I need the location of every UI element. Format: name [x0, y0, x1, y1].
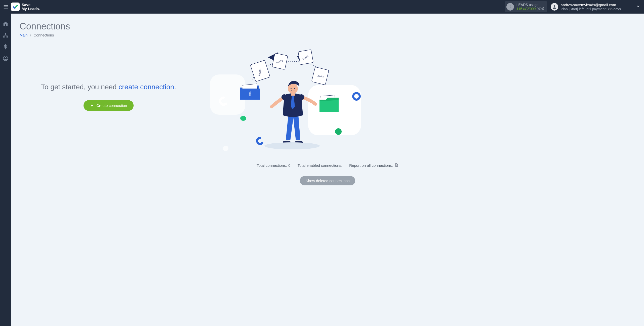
lead1-label: Lead 1: [258, 68, 261, 76]
account-email: andrewsavemyleads@gmail.com: [561, 3, 621, 7]
create-connection-label: Create connection: [96, 103, 127, 108]
svg-point-5: [553, 5, 555, 7]
menu-toggle-button[interactable]: [3, 4, 9, 10]
logo-mark: [11, 3, 20, 11]
crumb-sep: /: [30, 33, 31, 37]
plus-icon: ＋: [90, 103, 94, 108]
usage-label: LEADS usage:: [516, 3, 544, 7]
breadcrumb: Main / Connections: [20, 33, 635, 37]
report-download-icon[interactable]: [394, 163, 398, 168]
empty-state-left: To get started, you need create connecti…: [20, 47, 197, 111]
svg-rect-4: [510, 7, 510, 8]
leftrail: [0, 14, 11, 200]
svg-rect-7: [3, 36, 5, 38]
svg-point-27: [299, 94, 304, 100]
content: To get started, you need create connecti…: [20, 47, 362, 155]
crumb-main[interactable]: Main: [20, 33, 27, 37]
stat-total-value: 0: [288, 163, 290, 168]
main: Connections Main / Connections To get st…: [11, 14, 644, 200]
page-title: Connections: [20, 21, 635, 32]
intro-t1: To get started, you need: [41, 83, 118, 91]
svg-point-3: [510, 6, 510, 6]
nav-home[interactable]: [2, 20, 9, 27]
illustration: Lead 1 Lead 2 Lead 3 Lead 4: [208, 47, 362, 155]
stat-enabled-label: Total enabled connections:: [298, 163, 342, 168]
chevron-down-icon: [636, 4, 640, 9]
sitemap-icon: [3, 32, 8, 38]
intro-text: To get started, you need create connecti…: [41, 83, 176, 92]
svg-rect-8: [7, 36, 8, 38]
check-icon: [12, 4, 18, 10]
show-deleted-button[interactable]: Show deleted connections: [300, 176, 355, 185]
logo-text-l2: My Leads.: [22, 7, 40, 11]
account-lines: andrewsavemyleads@gmail.com Plan |Start|…: [561, 3, 621, 11]
account-chevron[interactable]: [621, 4, 640, 10]
stat-total: Total connections: 0: [257, 163, 290, 168]
show-deleted-label: Show deleted connections: [305, 179, 349, 183]
svg-rect-6: [5, 33, 6, 34]
user-circle-icon: [3, 56, 8, 61]
stat-enabled: Total enabled connections:: [298, 163, 342, 168]
plan-prefix: Plan |: [561, 7, 570, 11]
hamburger-icon: [3, 4, 9, 10]
usage-box: LEADS usage: 115 of 2'000 (6%): [505, 1, 547, 12]
svg-point-34: [223, 146, 228, 151]
dollar-icon: [3, 44, 8, 50]
nav-account[interactable]: [2, 55, 9, 62]
svg-point-26: [281, 94, 287, 100]
plan-mid: | left until payment: [577, 7, 607, 11]
usage-text: LEADS usage: 115 of 2'000 (6%): [516, 3, 544, 11]
intro-t2: .: [174, 83, 176, 91]
plan-name: Start: [570, 7, 577, 11]
crumb-current: Connections: [34, 33, 54, 37]
svg-point-30: [291, 88, 292, 89]
svg-rect-11: [210, 74, 245, 115]
nav-connections[interactable]: [2, 32, 9, 39]
nav-billing[interactable]: [2, 43, 9, 50]
usage-of: of: [523, 7, 526, 11]
usage-pct: (6%): [537, 7, 544, 11]
svg-point-10: [5, 57, 6, 59]
plan-days-num: 365: [607, 7, 612, 11]
avatar-icon: [551, 3, 558, 11]
create-connection-button[interactable]: ＋ Create connection: [84, 100, 134, 111]
usage-used: 115: [516, 7, 522, 11]
intro-link[interactable]: create connection: [118, 83, 174, 91]
stat-report-label: Report on all connections:: [349, 163, 393, 168]
stat-report: Report on all connections:: [349, 163, 398, 168]
account-box[interactable]: andrewsavemyleads@gmail.com Plan |Start|…: [551, 3, 621, 11]
home-icon: [3, 21, 8, 26]
svg-text:f: f: [249, 90, 251, 98]
svg-point-31: [294, 88, 295, 89]
svg-point-35: [264, 142, 320, 149]
logo-text: Save My Leads.: [22, 3, 40, 11]
usage-total: 2'000: [527, 7, 536, 11]
stat-total-label: Total connections:: [257, 163, 287, 168]
plan-days-suf: days: [613, 7, 621, 11]
logo-text-l1: Save: [22, 3, 40, 7]
topbar: Save My Leads. LEADS usage: 115 of 2'000…: [0, 0, 644, 14]
stats-row: Total connections: 0 Total enabled conne…: [20, 163, 635, 168]
info-icon: [506, 3, 514, 11]
logo[interactable]: Save My Leads.: [11, 3, 40, 11]
svg-point-33: [335, 128, 342, 135]
